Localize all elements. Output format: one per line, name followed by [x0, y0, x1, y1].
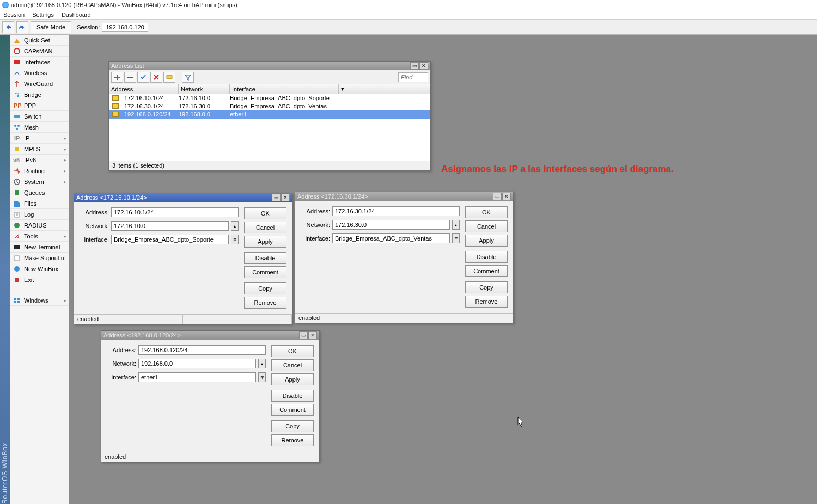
down-arrow-icon[interactable]: ∓: [231, 235, 239, 244]
sidebar-item-exit[interactable]: Exit: [10, 274, 69, 285]
window-title[interactable]: Address List ▭ ✕: [109, 62, 430, 70]
sidebar-item-radius[interactable]: RADIUS: [10, 220, 69, 231]
interface-select[interactable]: Bridge_Empresa_ABC_dpto_Soporte: [111, 235, 229, 244]
window-title[interactable]: Address <172.16.30.1/24> ▭ ✕: [295, 192, 513, 201]
sidebar-item-new-winbox[interactable]: New WinBox: [10, 263, 69, 274]
remove-button[interactable]: Remove: [465, 296, 508, 308]
menu-settings[interactable]: Settings: [32, 11, 54, 18]
comment-button[interactable]: Comment: [244, 266, 286, 278]
close-icon[interactable]: ✕: [281, 194, 290, 201]
cancel-button[interactable]: Cancel: [465, 220, 508, 232]
sidebar-icon: [13, 189, 21, 196]
minimize-icon[interactable]: ▭: [299, 331, 308, 339]
disable-button[interactable]: [150, 72, 162, 83]
sidebar-item-new-terminal[interactable]: New Terminal: [10, 242, 69, 253]
minimize-icon[interactable]: ▭: [493, 193, 502, 200]
copy-button[interactable]: Copy: [271, 420, 314, 432]
sidebar-item-files[interactable]: Files: [10, 198, 69, 209]
sidebar-icon: [13, 200, 21, 207]
interface-select[interactable]: ether1: [138, 372, 256, 382]
minimize-icon[interactable]: ▭: [410, 62, 419, 70]
address-input[interactable]: 172.16.10.1/24: [111, 207, 239, 217]
ok-button[interactable]: OK: [465, 206, 508, 218]
up-arrow-icon[interactable]: ▴: [231, 221, 239, 231]
sidebar-item-ip[interactable]: IPIP▸: [10, 133, 69, 144]
menu-dashboard[interactable]: Dashboard: [62, 11, 91, 18]
network-input[interactable]: 192.168.0.0: [138, 359, 256, 368]
sidebar-item-queues[interactable]: Queues: [10, 187, 69, 198]
sidebar-item-system[interactable]: System▸: [10, 176, 69, 187]
cursor-icon: [517, 417, 525, 429]
cancel-button[interactable]: Cancel: [271, 359, 314, 371]
down-arrow-icon[interactable]: ∓: [258, 372, 266, 382]
sidebar-icon: [13, 91, 21, 99]
table-row[interactable]: 192.168.0.120/24 192.168.0.0 ether1: [109, 110, 430, 119]
disable-button[interactable]: Disable: [244, 252, 286, 264]
ok-button[interactable]: OK: [244, 207, 286, 219]
comment-button[interactable]: [163, 72, 175, 83]
table-row[interactable]: 172.16.30.1/24 172.16.30.0 Bridge_Empres…: [109, 102, 430, 110]
remove-button[interactable]: Remove: [244, 297, 286, 309]
address-input[interactable]: 172.16.30.1/24: [332, 206, 460, 216]
columns-dropdown[interactable]: ▾: [339, 84, 430, 94]
sidebar-item-quick-set[interactable]: Quick Set: [10, 35, 69, 46]
status-text: enabled: [101, 452, 210, 462]
sidebar-item-mesh[interactable]: Mesh: [10, 122, 69, 133]
sidebar-item-wireguard[interactable]: WireGuard: [10, 78, 69, 89]
sidebar-item-capsman[interactable]: CAPsMAN: [10, 46, 69, 57]
minimize-icon[interactable]: ▭: [272, 194, 281, 201]
sidebar-item-mpls[interactable]: MPLS▸: [10, 144, 69, 155]
sidebar-item-ipv6[interactable]: v6IPv6▸: [10, 155, 69, 165]
network-input[interactable]: 172.16.30.0: [332, 220, 450, 230]
redo-button[interactable]: [16, 21, 28, 33]
copy-button[interactable]: Copy: [465, 281, 508, 293]
apply-button[interactable]: Apply: [244, 236, 286, 248]
svg-rect-23: [17, 301, 20, 303]
sidebar-item-make-supout-rif[interactable]: Make Supout.rif: [10, 253, 69, 263]
menu-session[interactable]: Session: [3, 11, 25, 18]
up-arrow-icon[interactable]: ▴: [258, 359, 266, 368]
comment-button[interactable]: Comment: [271, 404, 314, 416]
close-icon[interactable]: ✕: [502, 193, 511, 200]
sidebar-item-bridge[interactable]: Bridge: [10, 89, 69, 100]
copy-button[interactable]: Copy: [244, 282, 286, 294]
sidebar-item-log[interactable]: Log: [10, 209, 69, 220]
close-icon[interactable]: ✕: [419, 62, 428, 70]
network-input[interactable]: 172.16.10.0: [111, 221, 229, 231]
disable-button[interactable]: Disable: [465, 251, 508, 263]
find-input[interactable]: [398, 72, 428, 82]
ok-button[interactable]: OK: [271, 345, 314, 357]
filter-button[interactable]: [182, 72, 194, 83]
apply-button[interactable]: Apply: [465, 235, 508, 247]
sidebar-icon: [13, 232, 21, 240]
sidebar-item-wireless[interactable]: Wireless: [10, 67, 69, 78]
cell-interface: Bridge_Empresa_ABC_dpto_Ventas: [228, 103, 402, 109]
windows-icon: [13, 297, 21, 304]
remove-button[interactable]: [124, 72, 136, 83]
sidebar-item-routing[interactable]: Routing▸: [10, 165, 69, 176]
remove-button[interactable]: Remove: [271, 434, 314, 446]
disable-button[interactable]: Disable: [271, 390, 314, 402]
apply-button[interactable]: Apply: [271, 373, 314, 385]
close-icon[interactable]: ✕: [308, 331, 317, 339]
sidebar-item-label: RADIUS: [24, 222, 47, 229]
vbar-text: RouterOS WinBox: [1, 437, 9, 504]
cancel-button[interactable]: Cancel: [244, 222, 286, 233]
interface-select[interactable]: Bridge_Empresa_ABC_dpto_Ventas: [332, 233, 450, 243]
sidebar-item-tools[interactable]: Tools▸: [10, 231, 69, 242]
window-title[interactable]: Address <172.16.10.1/24> ▭ ✕: [74, 193, 292, 202]
sidebar-item-ppp[interactable]: PPPPPP: [10, 100, 69, 111]
down-arrow-icon[interactable]: ∓: [452, 233, 460, 243]
sidebar-item-windows[interactable]: Windows▸: [10, 295, 69, 306]
sidebar-item-interfaces[interactable]: Interfaces: [10, 57, 69, 67]
safemode-button[interactable]: Safe Mode: [31, 21, 71, 33]
add-button[interactable]: [111, 72, 123, 83]
up-arrow-icon[interactable]: ▴: [452, 220, 460, 230]
table-row[interactable]: 172.16.10.1/24 172.16.10.0 Bridge_Empres…: [109, 94, 430, 102]
address-input[interactable]: 192.168.0.120/24: [138, 345, 266, 355]
undo-button[interactable]: [2, 21, 14, 33]
window-title[interactable]: Address <192.168.0.120/24> ▭ ✕: [101, 331, 319, 340]
enable-button[interactable]: [137, 72, 149, 83]
comment-button[interactable]: Comment: [465, 265, 508, 277]
sidebar-item-switch[interactable]: Switch: [10, 111, 69, 122]
